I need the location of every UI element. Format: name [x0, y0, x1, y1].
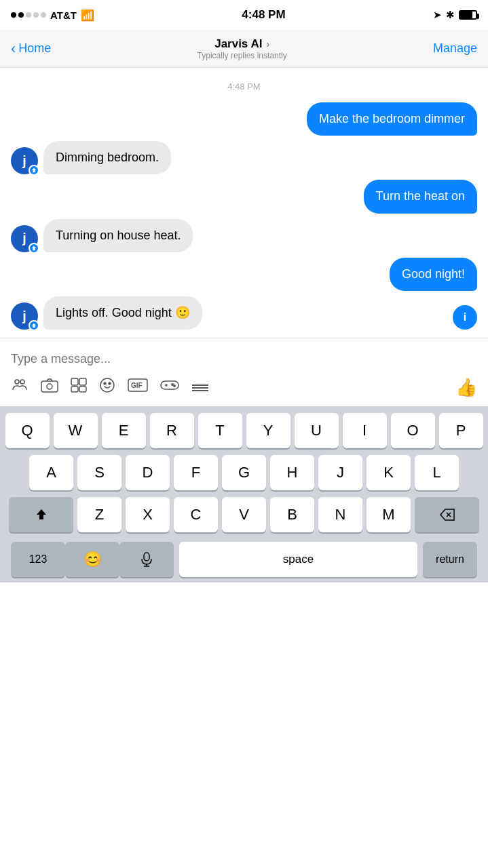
key-s[interactable]: S	[77, 455, 121, 490]
svg-point-16	[172, 384, 173, 385]
key-return[interactable]: return	[423, 542, 477, 577]
back-label[interactable]: Home	[18, 41, 51, 56]
bubble-sent-1: Make the bedroom dimmer	[307, 102, 477, 136]
svg-point-0	[15, 380, 19, 384]
manage-button[interactable]: Manage	[433, 41, 477, 56]
info-button[interactable]: i	[453, 305, 477, 330]
back-button[interactable]: ‹ Home	[11, 40, 51, 58]
bubble-sent-3: Good night!	[390, 258, 477, 291]
keyboard-row-1: Q W E R T Y U I O P	[3, 413, 485, 448]
backspace-key[interactable]	[415, 497, 479, 532]
avatar-1: j	[11, 147, 38, 174]
avatar-3: j	[11, 302, 38, 330]
key-space[interactable]: space	[179, 542, 417, 577]
svg-point-9	[104, 382, 106, 384]
key-emoji[interactable]: 😊	[65, 542, 119, 577]
key-v[interactable]: V	[222, 497, 266, 532]
shift-key[interactable]	[9, 497, 73, 532]
key-w[interactable]: W	[54, 413, 98, 448]
key-r[interactable]: R	[150, 413, 194, 448]
chevron-left-icon: ‹	[11, 40, 16, 58]
svg-point-17	[174, 385, 175, 387]
key-i[interactable]: I	[343, 413, 387, 448]
key-z[interactable]: Z	[77, 497, 121, 532]
key-k[interactable]: K	[367, 455, 411, 490]
key-g[interactable]: G	[222, 455, 266, 490]
key-d[interactable]: D	[126, 455, 170, 490]
input-area: GIF 👍	[0, 338, 488, 406]
key-l[interactable]: L	[415, 455, 459, 490]
key-n[interactable]: N	[318, 497, 362, 532]
header: ‹ Home Jarvis AI › Typically replies ins…	[0, 30, 488, 68]
svg-rect-23	[144, 553, 149, 561]
bubble-text-4: Turning on house heat.	[56, 229, 181, 242]
bubble-received-2: Turning on house heat.	[43, 219, 193, 252]
bubble-text-5: Good night!	[402, 267, 465, 281]
svg-text:GIF: GIF	[131, 382, 143, 389]
message-row-3: Turn the heat on	[11, 180, 477, 213]
location-icon: ➤	[433, 9, 442, 21]
svg-rect-20	[192, 390, 208, 391]
bubble-text-1: Make the bedroom dimmer	[319, 112, 465, 125]
key-b[interactable]: B	[270, 497, 314, 532]
header-center: Jarvis AI › Typically replies instantly	[198, 37, 287, 60]
keyboard: Q W E R T Y U I O P A S D F G H J K L Z …	[0, 406, 488, 583]
keyboard-row-2: A S D F G H J K L	[3, 455, 485, 490]
messenger-badge-1	[29, 165, 39, 176]
key-q[interactable]: Q	[5, 413, 50, 448]
status-bar: AT&T 📶 4:48 PM ➤ ✱	[0, 0, 488, 30]
key-o[interactable]: O	[391, 413, 435, 448]
key-a[interactable]: A	[29, 455, 73, 490]
game-icon[interactable]	[160, 378, 179, 396]
svg-point-10	[109, 382, 111, 384]
key-123[interactable]: 123	[11, 542, 65, 577]
toolbar-icons: GIF	[11, 376, 209, 398]
status-left: AT&T 📶	[11, 9, 94, 22]
avatar-2: j	[11, 225, 38, 252]
photo-icon[interactable]	[71, 378, 87, 397]
message-input[interactable]	[11, 345, 477, 372]
key-x[interactable]: X	[126, 497, 170, 532]
key-m[interactable]: M	[367, 497, 411, 532]
key-u[interactable]: U	[295, 413, 339, 448]
message-row-5: Good night!	[11, 258, 477, 291]
key-h[interactable]: H	[270, 455, 314, 490]
key-t[interactable]: T	[198, 413, 242, 448]
more-icon[interactable]	[191, 378, 209, 396]
svg-rect-18	[192, 384, 208, 386]
bubble-text-6: Lights off. Good night 🙂	[56, 306, 190, 319]
signal-dots	[11, 12, 46, 18]
key-f[interactable]: F	[174, 455, 218, 490]
emoji-icon[interactable]	[99, 377, 115, 397]
keyboard-row-3: Z X C V B N M	[3, 497, 485, 532]
svg-rect-19	[192, 387, 208, 389]
key-mic[interactable]	[119, 542, 174, 577]
status-time: 4:48 PM	[242, 8, 285, 22]
status-right: ➤ ✱	[433, 9, 477, 21]
gif-icon[interactable]: GIF	[128, 378, 148, 396]
key-e[interactable]: E	[102, 413, 146, 448]
key-j[interactable]: J	[318, 455, 362, 490]
key-c[interactable]: C	[174, 497, 218, 532]
signal-dot-3	[26, 12, 31, 18]
signal-dot-1	[11, 12, 16, 18]
message-row-1: Make the bedroom dimmer	[11, 102, 477, 136]
like-button[interactable]: 👍	[455, 377, 477, 398]
message-row-6: j Lights off. Good night 🙂 i	[11, 296, 477, 330]
contacts-icon[interactable]	[11, 376, 29, 398]
bubble-received-1: Dimming bedroom.	[43, 141, 171, 174]
key-p[interactable]: P	[439, 413, 483, 448]
signal-dot-4	[33, 12, 39, 18]
battery-icon	[459, 10, 477, 20]
message-row-2: j Dimming bedroom.	[11, 141, 477, 174]
messages-area: 4:48 PM Make the bedroom dimmer j Dimmin…	[0, 68, 488, 338]
title-chevron-icon: ›	[266, 39, 269, 50]
svg-rect-4	[71, 378, 78, 385]
message-row-4: j Turning on house heat.	[11, 219, 477, 252]
camera-icon[interactable]	[41, 378, 58, 397]
wifi-icon: 📶	[81, 9, 94, 22]
svg-rect-6	[71, 387, 78, 392]
bubble-text-3: Turn the heat on	[376, 189, 465, 203]
key-y[interactable]: Y	[246, 413, 290, 448]
signal-dot-2	[18, 12, 24, 18]
